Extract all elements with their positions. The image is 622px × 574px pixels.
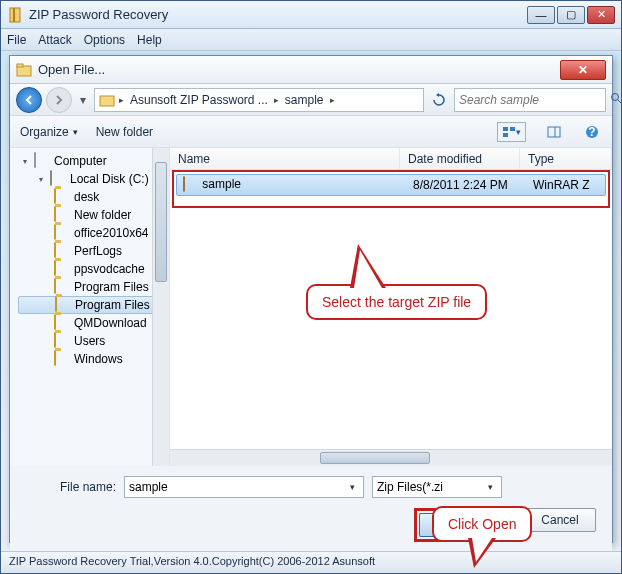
nav-history-dropdown[interactable]: ▾: [76, 87, 90, 113]
menu-attack[interactable]: Attack: [38, 33, 71, 47]
menu-file[interactable]: File: [7, 33, 26, 47]
filename-combo[interactable]: sample ▾: [124, 476, 364, 498]
tree-label: PerfLogs: [74, 244, 122, 258]
chevron-right-icon[interactable]: ▸: [119, 95, 124, 105]
tree-folder[interactable]: Users: [18, 332, 169, 350]
tree-label: Users: [74, 334, 105, 348]
folder-icon: [54, 350, 56, 366]
view-button[interactable]: ▾: [497, 122, 526, 142]
open-file-dialog: Open File... ✕ ▾ ▸ Asunsoft ZIP Password…: [9, 55, 613, 543]
filetype-combo[interactable]: Zip Files(*.zi ▾: [372, 476, 502, 498]
search-icon[interactable]: [610, 92, 622, 107]
chevron-down-icon[interactable]: ▾: [345, 482, 359, 492]
folder-icon: [54, 206, 56, 222]
sidebar: ▾ Computer ▾ Local Disk (C:) deskNew fol…: [10, 148, 170, 466]
collapse-icon[interactable]: ▾: [20, 156, 30, 166]
search-box[interactable]: [454, 88, 606, 112]
svg-rect-10: [548, 127, 560, 137]
svg-line-6: [618, 100, 621, 103]
help-button[interactable]: ?: [582, 122, 602, 142]
chevron-right-icon[interactable]: ▸: [330, 95, 335, 105]
tree-label: office2010x64: [74, 226, 149, 240]
tree-label: Windows: [74, 352, 123, 366]
svg-rect-8: [510, 127, 515, 131]
tree-folder[interactable]: ppsvodcache: [18, 260, 169, 278]
tree-folder[interactable]: Program Files: [18, 278, 169, 296]
menu-options[interactable]: Options: [84, 33, 125, 47]
tree-label: ppsvodcache: [74, 262, 145, 276]
tree-label: Local Disk (C:): [70, 172, 149, 186]
folder-icon: [54, 278, 56, 294]
menubar: File Attack Options Help: [1, 29, 621, 51]
tree-folder[interactable]: QMDownload: [18, 314, 169, 332]
dialog-close-button[interactable]: ✕: [560, 60, 606, 80]
tree-computer[interactable]: ▾ Computer: [18, 152, 169, 170]
folder-icon: [54, 188, 56, 204]
maximize-button[interactable]: ▢: [557, 6, 585, 24]
tree-folder[interactable]: desk: [18, 188, 169, 206]
svg-rect-1: [13, 8, 15, 22]
tree-folder[interactable]: Windows: [18, 350, 169, 368]
scrollbar-thumb[interactable]: [320, 452, 430, 464]
minimize-button[interactable]: —: [527, 6, 555, 24]
svg-rect-3: [17, 64, 23, 67]
folder-icon: [55, 296, 57, 312]
cancel-button[interactable]: Cancel: [524, 508, 596, 532]
toolbar: Organize ▾ New folder ▾ ?: [10, 116, 612, 148]
svg-rect-4: [100, 96, 114, 106]
dialog-titlebar: Open File... ✕: [10, 56, 612, 84]
chevron-down-icon: ▾: [73, 127, 78, 137]
help-icon: ?: [585, 125, 599, 139]
dialog-title: Open File...: [38, 62, 560, 77]
annotation-callout: Click Open: [432, 506, 532, 542]
refresh-button[interactable]: [428, 89, 450, 111]
folder-icon: [54, 260, 56, 276]
refresh-icon: [432, 93, 446, 107]
breadcrumb-seg-1[interactable]: Asunsoft ZIP Password ...: [128, 93, 270, 107]
preview-pane-button[interactable]: [544, 122, 564, 142]
new-folder-button[interactable]: New folder: [96, 125, 153, 139]
sidebar-scrollbar[interactable]: [152, 148, 169, 466]
back-button[interactable]: [16, 87, 42, 113]
filetype-value: Zip Files(*.zi: [377, 480, 483, 494]
column-type[interactable]: Type: [520, 148, 612, 169]
folder-icon: [99, 92, 115, 108]
tree-folder[interactable]: New folder: [18, 206, 169, 224]
organize-button[interactable]: Organize ▾: [20, 125, 78, 139]
chevron-down-icon[interactable]: ▾: [483, 482, 497, 492]
forward-button[interactable]: [46, 87, 72, 113]
close-button[interactable]: ✕: [587, 6, 615, 24]
collapse-icon[interactable]: ▾: [36, 174, 46, 184]
view-icon: [502, 125, 516, 139]
tree-local-disk[interactable]: ▾ Local Disk (C:): [18, 170, 169, 188]
arrow-left-icon: [23, 94, 35, 106]
menu-help[interactable]: Help: [137, 33, 162, 47]
breadcrumb-seg-2[interactable]: sample: [283, 93, 326, 107]
column-date[interactable]: Date modified: [400, 148, 520, 169]
breadcrumb[interactable]: ▸ Asunsoft ZIP Password ... ▸ sample ▸: [94, 88, 424, 112]
chevron-right-icon[interactable]: ▸: [274, 95, 279, 105]
arrow-right-icon: [53, 94, 65, 106]
horizontal-scrollbar[interactable]: [170, 449, 612, 466]
main-window: ZIP Password Recovery — ▢ ✕ File Attack …: [0, 0, 622, 574]
scrollbar-thumb[interactable]: [155, 162, 167, 282]
column-name[interactable]: Name: [170, 148, 400, 169]
archive-icon: [183, 176, 185, 192]
tree-folder[interactable]: Program Files (: [18, 296, 169, 314]
search-input[interactable]: [459, 93, 610, 107]
filename-label: File name:: [26, 480, 116, 494]
svg-point-5: [612, 94, 619, 101]
tree-label: QMDownload: [74, 316, 147, 330]
tree-folder[interactable]: PerfLogs: [18, 242, 169, 260]
annotation-box: [172, 170, 610, 208]
computer-icon: [34, 152, 36, 168]
folder-icon: [54, 242, 56, 258]
disk-icon: [50, 170, 52, 186]
folder-icon: [54, 224, 56, 240]
annotation-callout: Select the target ZIP file: [306, 284, 487, 320]
svg-rect-9: [503, 133, 508, 137]
app-title: ZIP Password Recovery: [29, 7, 527, 22]
tree-folder[interactable]: office2010x64: [18, 224, 169, 242]
svg-rect-7: [503, 127, 508, 131]
folder-icon: [54, 314, 56, 330]
